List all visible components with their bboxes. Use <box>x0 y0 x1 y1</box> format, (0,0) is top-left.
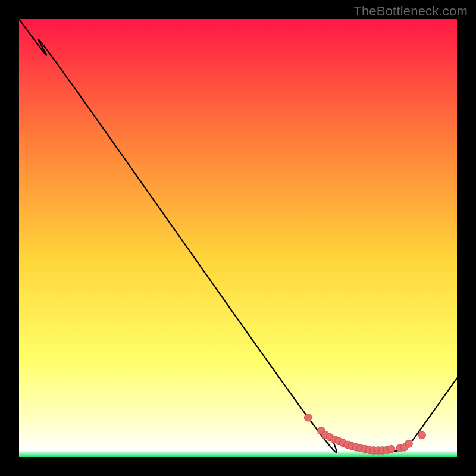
marker-point <box>387 445 395 453</box>
plot-area <box>19 19 457 457</box>
chart-frame: TheBottleneck.com <box>0 0 476 476</box>
marker-point <box>405 440 413 448</box>
watermark-text: TheBottleneck.com <box>353 4 468 19</box>
marker-point <box>304 414 312 421</box>
marker-point <box>418 431 426 439</box>
gradient-background <box>19 19 457 457</box>
chart-svg <box>19 19 457 457</box>
